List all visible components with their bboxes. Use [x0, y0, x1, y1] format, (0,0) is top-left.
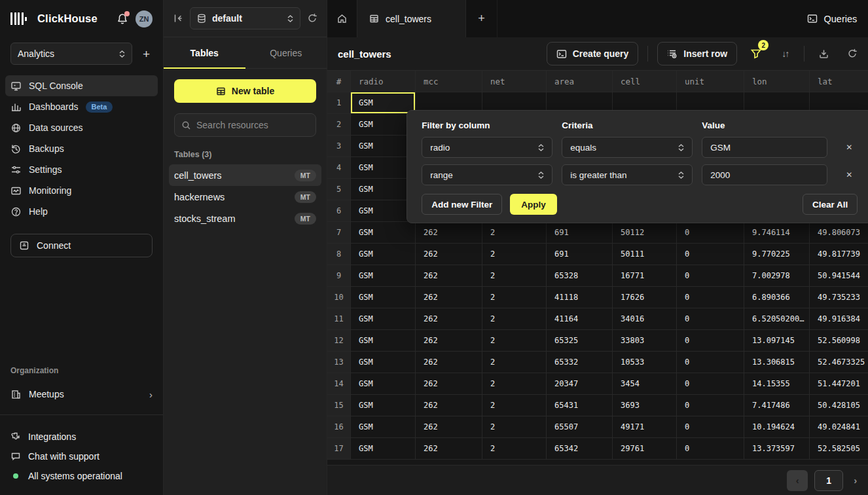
- table-cell[interactable]: 2: [482, 352, 547, 373]
- table-cell[interactable]: 2: [482, 395, 547, 416]
- table-cell[interactable]: 7.002978: [744, 265, 810, 287]
- table-cell[interactable]: GSM: [351, 416, 416, 438]
- current-page[interactable]: 1: [814, 470, 843, 491]
- table-cell[interactable]: 7.417486: [744, 395, 810, 416]
- sidebar-item-dashboards[interactable]: Dashboards Beta: [5, 96, 158, 117]
- table-cell[interactable]: 33803: [613, 330, 677, 352]
- table-cell[interactable]: 10533: [613, 352, 677, 373]
- column-header[interactable]: cell: [613, 71, 677, 92]
- workspace-select[interactable]: Analytics: [10, 43, 132, 65]
- table-cell[interactable]: 262: [416, 395, 482, 416]
- table-cell[interactable]: 2: [482, 222, 547, 244]
- sidebar-item-integrations[interactable]: Integrations: [0, 427, 163, 447]
- column-header[interactable]: radio: [351, 71, 416, 92]
- table-cell[interactable]: GSM: [351, 157, 416, 179]
- table-cell[interactable]: 16771: [613, 265, 677, 287]
- table-cell[interactable]: 20347: [547, 373, 613, 395]
- sidebar-item-monitoring[interactable]: Monitoring: [5, 180, 158, 201]
- table-cell[interactable]: 6.52050200…: [744, 308, 810, 330]
- list-item-stocks-stream[interactable]: stocks_stream MT: [169, 208, 321, 229]
- table-cell[interactable]: 691: [547, 222, 613, 244]
- create-query-button[interactable]: Create query: [547, 42, 639, 65]
- table-cell[interactable]: GSM: [351, 265, 416, 287]
- tab-cell-towers[interactable]: cell_towers: [357, 0, 466, 37]
- table-cell[interactable]: 49.806073: [810, 222, 868, 244]
- table-cell[interactable]: GSM: [351, 287, 416, 308]
- table-cell[interactable]: 0: [677, 287, 744, 308]
- table-cell[interactable]: 0: [677, 222, 744, 244]
- refresh-icon[interactable]: [307, 13, 317, 24]
- filter-column-select-2[interactable]: range: [422, 164, 552, 185]
- column-header[interactable]: area: [547, 71, 613, 92]
- table-cell[interactable]: GSM: [351, 438, 416, 460]
- add-service-button[interactable]: +: [140, 46, 153, 62]
- table-cell[interactable]: 2: [482, 416, 547, 438]
- table-cell[interactable]: GSM: [351, 200, 416, 222]
- sort-button[interactable]: ↓↑: [775, 44, 795, 64]
- search-input[interactable]: [196, 120, 309, 130]
- list-item-cell-towers[interactable]: cell_towers MT: [169, 164, 321, 186]
- table-cell[interactable]: 262: [416, 416, 482, 438]
- table-cell[interactable]: 262: [416, 287, 482, 308]
- home-button[interactable]: [327, 0, 357, 37]
- sidebar-item-chat-support[interactable]: Chat with support: [0, 447, 163, 466]
- table-cell[interactable]: GSM: [351, 244, 416, 265]
- table-cell[interactable]: 3693: [613, 395, 677, 416]
- table-cell[interactable]: 6.890366: [744, 287, 810, 308]
- list-item-hackernews[interactable]: hackernews MT: [169, 186, 321, 208]
- add-new-filter-button[interactable]: Add new Filter: [422, 194, 502, 215]
- column-header[interactable]: mcc: [416, 71, 482, 92]
- table-cell[interactable]: 0: [677, 308, 744, 330]
- column-header[interactable]: lat: [810, 71, 868, 92]
- table-cell[interactable]: 691: [547, 244, 613, 265]
- table-cell[interactable]: 49.916384: [810, 308, 868, 330]
- table-cell[interactable]: 262: [416, 222, 482, 244]
- search-resources[interactable]: [174, 113, 316, 137]
- table-cell[interactable]: 262: [416, 438, 482, 460]
- table-cell[interactable]: 14.15355: [744, 373, 810, 395]
- table-cell[interactable]: 262: [416, 330, 482, 352]
- column-header[interactable]: lon: [744, 71, 810, 92]
- insert-row-button[interactable]: Insert row: [657, 42, 737, 65]
- table-cell[interactable]: 3454: [613, 373, 677, 395]
- table-cell[interactable]: GSM: [351, 114, 416, 136]
- table-cell[interactable]: 0: [677, 416, 744, 438]
- table-cell[interactable]: 52.4673325: [810, 352, 868, 373]
- table-cell[interactable]: 2: [482, 244, 547, 265]
- table-cell[interactable]: 9.746114: [744, 222, 810, 244]
- table-cell[interactable]: 50112: [613, 222, 677, 244]
- table-cell[interactable]: 49171: [613, 416, 677, 438]
- table-cell[interactable]: 2: [482, 373, 547, 395]
- table-cell[interactable]: 50111: [613, 244, 677, 265]
- table-cell[interactable]: 50.428105: [810, 395, 868, 416]
- table-cell[interactable]: GSM: [351, 179, 416, 200]
- table-cell[interactable]: GSM: [351, 222, 416, 244]
- table-cell[interactable]: 51.447201: [810, 373, 868, 395]
- table-cell[interactable]: GSM: [351, 136, 416, 157]
- table-cell[interactable]: 2: [482, 438, 547, 460]
- clear-all-button[interactable]: Clear All: [803, 194, 858, 215]
- table-cell[interactable]: 41164: [547, 308, 613, 330]
- table-cell[interactable]: 65431: [547, 395, 613, 416]
- table-cell[interactable]: 52.582505: [810, 438, 868, 460]
- prev-page-button[interactable]: ‹: [787, 470, 808, 491]
- table-cell[interactable]: 262: [416, 308, 482, 330]
- sidebar-item-settings[interactable]: Settings: [5, 159, 158, 180]
- table-cell[interactable]: 65342: [547, 438, 613, 460]
- next-page-button[interactable]: ›: [850, 475, 861, 486]
- tab-queries[interactable]: Queries: [245, 37, 327, 68]
- system-status[interactable]: All systems operational: [0, 466, 163, 486]
- filter-value-input-2[interactable]: 2000: [702, 164, 827, 185]
- table-cell[interactable]: 2: [482, 308, 547, 330]
- table-cell[interactable]: 2: [482, 265, 547, 287]
- new-table-button[interactable]: New table: [174, 79, 316, 103]
- table-cell[interactable]: 65328: [547, 265, 613, 287]
- table-cell[interactable]: 52.560998: [810, 330, 868, 352]
- remove-filter-2-icon[interactable]: ✕: [841, 168, 858, 182]
- table-cell[interactable]: 0: [677, 438, 744, 460]
- table-cell[interactable]: 17626: [613, 287, 677, 308]
- table-cell[interactable]: GSM: [351, 308, 416, 330]
- table-cell[interactable]: 34016: [613, 308, 677, 330]
- table-cell[interactable]: 262: [416, 265, 482, 287]
- table-cell[interactable]: 9.770225: [744, 244, 810, 265]
